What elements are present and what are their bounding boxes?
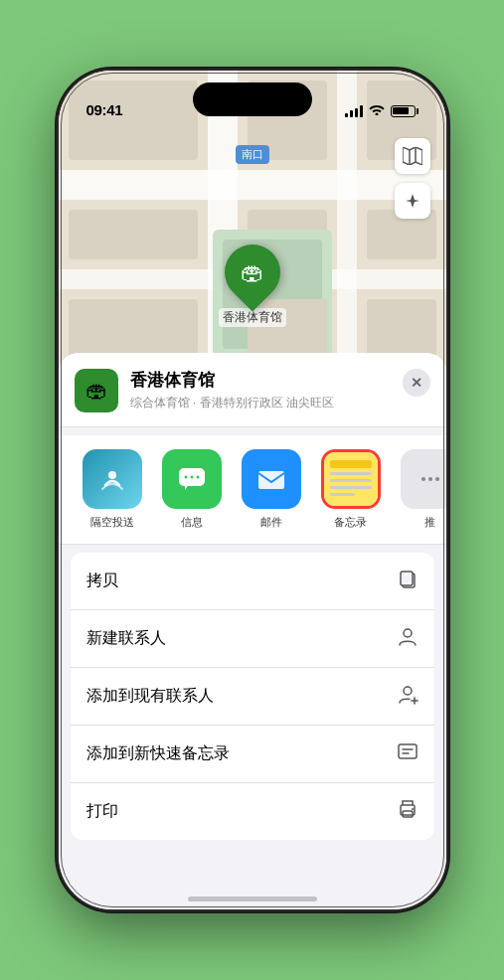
svg-point-29 bbox=[421, 477, 425, 481]
share-item-notes[interactable]: 备忘录 bbox=[311, 449, 391, 530]
quick-note-action[interactable]: 添加到新快速备忘录 bbox=[71, 726, 434, 783]
add-contact-icon bbox=[397, 683, 419, 710]
location-button[interactable] bbox=[395, 183, 430, 219]
svg-point-25 bbox=[184, 476, 187, 479]
status-icons bbox=[345, 103, 419, 118]
quick-note-icon bbox=[397, 740, 419, 767]
copy-label: 拷贝 bbox=[86, 571, 118, 591]
svg-rect-16 bbox=[367, 299, 436, 359]
mail-label: 邮件 bbox=[260, 515, 282, 530]
map-controls bbox=[395, 138, 430, 219]
quick-note-label: 添加到新快速备忘录 bbox=[86, 743, 230, 764]
add-contact-action[interactable]: 添加到现有联系人 bbox=[71, 668, 434, 726]
svg-rect-14 bbox=[69, 299, 198, 359]
share-item-messages[interactable]: 信息 bbox=[152, 449, 232, 530]
svg-point-23 bbox=[108, 471, 116, 479]
action-list: 拷贝 新建联系人 添加到现有联系人 bbox=[71, 553, 434, 840]
pin-bubble: 🏟 bbox=[213, 233, 291, 311]
new-contact-icon bbox=[397, 625, 419, 652]
status-time: 09:41 bbox=[86, 101, 123, 118]
svg-point-31 bbox=[435, 477, 439, 481]
notes-label: 备忘录 bbox=[334, 515, 367, 530]
more-label: 推 bbox=[424, 515, 435, 530]
signal-icon bbox=[345, 105, 363, 117]
svg-rect-43 bbox=[403, 811, 413, 817]
venue-pin: 🏟 香港体育馆 bbox=[219, 245, 286, 327]
share-item-mail[interactable]: 邮件 bbox=[232, 449, 311, 530]
phone-frame: 09:41 bbox=[59, 71, 446, 909]
map-label: 南口 bbox=[236, 145, 269, 164]
map-type-button[interactable] bbox=[395, 138, 430, 174]
close-button[interactable]: ✕ bbox=[403, 369, 430, 397]
messages-label: 信息 bbox=[181, 515, 203, 530]
mail-icon bbox=[242, 449, 301, 509]
bottom-sheet: 🏟 香港体育馆 综合体育馆 · 香港特别行政区 油尖旺区 ✕ 隔空投送 bbox=[59, 353, 446, 909]
wifi-icon bbox=[369, 103, 385, 118]
new-contact-action[interactable]: 新建联系人 bbox=[71, 610, 434, 668]
dynamic-island bbox=[193, 82, 312, 116]
airdrop-icon bbox=[83, 449, 142, 509]
share-item-airdrop[interactable]: 隔空投送 bbox=[73, 449, 152, 530]
add-contact-label: 添加到现有联系人 bbox=[86, 686, 214, 707]
pin-venue-icon: 🏟 bbox=[241, 258, 264, 286]
more-icon bbox=[401, 449, 446, 509]
svg-point-26 bbox=[190, 476, 193, 479]
venue-name: 香港体育馆 bbox=[130, 369, 391, 392]
new-contact-label: 新建联系人 bbox=[86, 628, 166, 649]
venue-info: 香港体育馆 综合体育馆 · 香港特别行政区 油尖旺区 bbox=[130, 369, 391, 411]
svg-rect-9 bbox=[69, 210, 198, 259]
venue-logo: 🏟 bbox=[75, 369, 118, 412]
svg-point-30 bbox=[428, 477, 432, 481]
svg-point-35 bbox=[404, 687, 412, 695]
svg-point-34 bbox=[404, 629, 412, 637]
svg-rect-39 bbox=[399, 744, 417, 758]
share-item-more[interactable]: 推 bbox=[391, 449, 446, 530]
svg-rect-1 bbox=[59, 170, 446, 200]
print-label: 打印 bbox=[86, 801, 118, 822]
battery-icon bbox=[391, 105, 419, 117]
home-indicator bbox=[188, 897, 317, 901]
messages-icon bbox=[162, 449, 222, 509]
print-icon bbox=[397, 798, 419, 825]
svg-point-44 bbox=[412, 808, 414, 810]
airdrop-label: 隔空投送 bbox=[90, 515, 134, 530]
copy-action[interactable]: 拷贝 bbox=[71, 553, 434, 610]
copy-icon bbox=[397, 568, 419, 594]
svg-marker-20 bbox=[403, 147, 422, 165]
svg-rect-33 bbox=[401, 572, 413, 585]
notes-icon bbox=[324, 452, 378, 506]
print-action[interactable]: 打印 bbox=[71, 783, 434, 840]
map-label-prefix: 南口 bbox=[242, 148, 263, 160]
svg-point-27 bbox=[196, 476, 199, 479]
venue-header: 🏟 香港体育馆 综合体育馆 · 香港特别行政区 油尖旺区 ✕ bbox=[59, 353, 446, 427]
share-row: 隔空投送 信息 bbox=[59, 435, 446, 545]
venue-subtitle: 综合体育馆 · 香港特别行政区 油尖旺区 bbox=[130, 395, 391, 411]
svg-rect-28 bbox=[258, 471, 284, 489]
